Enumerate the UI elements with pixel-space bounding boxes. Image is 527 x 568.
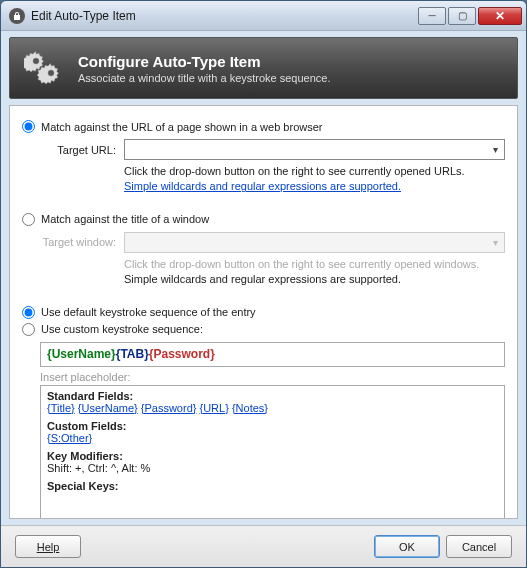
dialog-window: Edit Auto-Type Item ─ ▢ ✕ Configure Auto… <box>0 0 527 568</box>
special-keys-title: Special Keys: <box>47 480 498 492</box>
button-bar: Help OK Cancel <box>1 525 526 567</box>
close-button[interactable]: ✕ <box>478 7 522 25</box>
token-tab: {TAB} <box>116 347 149 361</box>
placeholder-title[interactable]: {Title} <box>47 402 75 414</box>
target-window-field-label: Target window: <box>40 236 116 248</box>
url-hint-link[interactable]: Simple wildcards and regular expressions… <box>124 180 401 192</box>
token-password: {Password} <box>149 347 215 361</box>
default-sequence-label: Use default keystroke sequence of the en… <box>41 306 256 318</box>
match-url-label: Match against the URL of a page shown in… <box>41 121 322 133</box>
header-title: Configure Auto-Type Item <box>78 53 331 70</box>
custom-sequence-radio[interactable] <box>22 323 35 336</box>
target-window-combo <box>124 232 505 253</box>
match-title-radio-row[interactable]: Match against the title of a window <box>22 213 505 226</box>
standard-fields-title: Standard Fields: <box>47 390 498 402</box>
window-hint-2: Simple wildcards and regular expressions… <box>124 272 505 287</box>
match-title-radio[interactable] <box>22 213 35 226</box>
content-area: Match against the URL of a page shown in… <box>9 105 518 519</box>
placeholder-notes[interactable]: {Notes} <box>232 402 268 414</box>
header-text: Configure Auto-Type Item Associate a win… <box>78 53 331 84</box>
match-url-radio[interactable] <box>22 120 35 133</box>
gears-icon <box>24 48 64 88</box>
key-modifiers-title: Key Modifiers: <box>47 450 498 462</box>
minimize-button[interactable]: ─ <box>418 7 446 25</box>
target-url-row: Target URL: <box>40 139 505 160</box>
keystroke-sequence-input[interactable]: {UserName}{TAB}{Password} <box>40 342 505 367</box>
placeholder-password[interactable]: {Password} <box>141 402 197 414</box>
placeholder-scroll[interactable]: Standard Fields: {Title} {UserName} {Pas… <box>41 386 504 519</box>
custom-sequence-label: Use custom keystroke sequence: <box>41 323 203 335</box>
placeholder-s-other[interactable]: {S:Other} <box>47 432 92 444</box>
match-url-radio-row[interactable]: Match against the URL of a page shown in… <box>22 120 505 133</box>
default-sequence-radio[interactable] <box>22 306 35 319</box>
maximize-button[interactable]: ▢ <box>448 7 476 25</box>
insert-placeholder-label: Insert placeholder: <box>40 371 505 383</box>
custom-sequence-radio-row[interactable]: Use custom keystroke sequence: <box>22 323 505 336</box>
url-hint-text: Click the drop-down button on the right … <box>124 164 505 179</box>
match-title-label: Match against the title of a window <box>41 213 209 225</box>
key-modifiers-text: Shift: +, Ctrl: ^, Alt: % <box>47 462 498 474</box>
default-sequence-radio-row[interactable]: Use default keystroke sequence of the en… <box>22 306 505 319</box>
target-url-combo[interactable] <box>124 139 505 160</box>
window-controls: ─ ▢ ✕ <box>418 7 522 25</box>
standard-fields-links: {Title} {UserName} {Password} {URL} {Not… <box>47 402 498 414</box>
target-url-field-label: Target URL: <box>40 144 116 156</box>
target-window-row: Target window: <box>40 232 505 253</box>
cancel-button[interactable]: Cancel <box>446 535 512 558</box>
window-hint-1: Click the drop-down button on the right … <box>124 257 505 272</box>
header-subtitle: Associate a window title with a keystrok… <box>78 72 331 84</box>
svg-point-0 <box>33 58 39 64</box>
header-band: Configure Auto-Type Item Associate a win… <box>9 37 518 99</box>
placeholder-url[interactable]: {URL} <box>200 402 229 414</box>
svg-point-1 <box>48 70 54 76</box>
titlebar[interactable]: Edit Auto-Type Item ─ ▢ ✕ <box>1 1 526 31</box>
custom-fields-title: Custom Fields: <box>47 420 498 432</box>
help-button[interactable]: Help <box>15 535 81 558</box>
app-lock-icon <box>9 8 25 24</box>
custom-fields-links: {S:Other} <box>47 432 498 444</box>
placeholder-panel[interactable]: Standard Fields: {Title} {UserName} {Pas… <box>40 385 505 519</box>
placeholder-username[interactable]: {UserName} <box>78 402 138 414</box>
window-title: Edit Auto-Type Item <box>31 9 418 23</box>
ok-button[interactable]: OK <box>374 535 440 558</box>
token-username: {UserName} <box>47 347 116 361</box>
